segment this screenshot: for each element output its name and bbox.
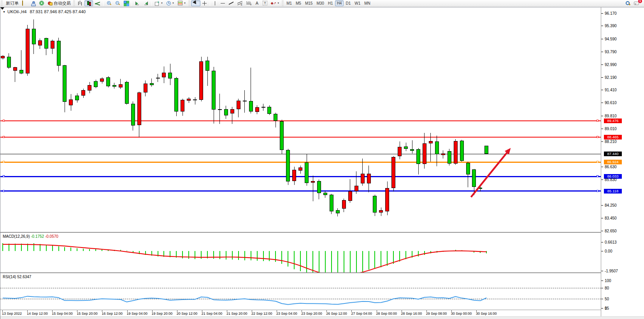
- chevron-down-icon: ▼: [277, 2, 279, 4]
- tile-windows-icon: [124, 1, 128, 5]
- macd-panel[interactable]: MACD(12,26,9) -0.1752 -0.0570: [0, 234, 601, 273]
- current-price-label: 87.440: [604, 152, 622, 156]
- gold-box-button[interactable]: [20, 0, 29, 6]
- candlestick-icon: [86, 1, 91, 5]
- timeframe-group: M1M5M15M30H1H4D1W1MN: [284, 0, 372, 6]
- vertical-line-tool-button[interactable]: [211, 0, 219, 6]
- time-label: 20 Sep 12:00: [177, 312, 198, 316]
- price-level-label: 88.465: [604, 135, 622, 139]
- periods-button[interactable]: ▼: [165, 0, 176, 6]
- price-tick: [601, 231, 603, 231]
- trend-arrow-line[interactable]: [471, 151, 508, 197]
- time-label: 19 Sep 20:00: [152, 312, 173, 316]
- arrow-objects-button[interactable]: ◆↗▼: [269, 0, 281, 6]
- zoom-in-button[interactable]: +: [105, 0, 113, 6]
- price-tick: [601, 205, 603, 206]
- time-label: 27 Sep 04:00: [351, 312, 372, 316]
- rsi-axis-tick: [601, 288, 603, 288]
- crosshair-tool-button[interactable]: [200, 0, 209, 6]
- timeframe-d1[interactable]: D1: [344, 0, 353, 6]
- signals-button[interactable]: [37, 0, 46, 6]
- price-tick-label: 91.410: [605, 88, 617, 92]
- candlestick-mode-button[interactable]: [84, 0, 93, 6]
- macd-axis-tick: [601, 242, 603, 242]
- price-tick: [601, 180, 603, 180]
- time-label: 15 Sep 04:00: [52, 312, 73, 316]
- profile-icon: [31, 1, 35, 5]
- template-icon: [178, 1, 182, 5]
- timeframe-m5[interactable]: M5: [294, 0, 303, 6]
- search-button[interactable]: [623, 0, 632, 6]
- toolbar-grip: [188, 1, 190, 6]
- main-chart-panel[interactable]: [0, 7, 601, 233]
- new-order-button[interactable]: 新订单: [4, 0, 20, 6]
- line-chart-mode-button[interactable]: [93, 0, 102, 6]
- price-tick-label: 85.830: [605, 178, 617, 182]
- price-tick: [601, 90, 603, 90]
- chart-title: ▼ UKOil-,H4 87.931 87.946 87.425 87.440: [3, 9, 86, 14]
- time-label: 29 Sep 08:00: [426, 312, 447, 316]
- price-tick-label: 95.390: [605, 24, 617, 28]
- text-tool-button[interactable]: A: [253, 0, 261, 6]
- chart-shift-button[interactable]: [142, 0, 150, 6]
- macd-axis-label: 0.6613: [605, 240, 617, 244]
- timeframe-mn[interactable]: MN: [362, 0, 372, 6]
- horizontal-line-tool-button[interactable]: [219, 0, 227, 6]
- autotrading-button[interactable]: 自动交易: [46, 0, 72, 6]
- timeframe-m15[interactable]: M15: [303, 0, 314, 6]
- price-tick: [601, 218, 603, 218]
- auto-scroll-button[interactable]: [133, 0, 142, 6]
- tile-windows-button[interactable]: [122, 0, 130, 6]
- cursor-tool-button[interactable]: [191, 0, 200, 6]
- time-label: 13 Sep 2022: [2, 312, 22, 316]
- cursor-icon: [193, 0, 199, 7]
- search-icon: [625, 1, 630, 5]
- timeframe-w1[interactable]: W1: [353, 0, 362, 6]
- time-label: 26 Sep 12:00: [326, 312, 347, 316]
- arrow-objects-icon: ◆↗: [271, 1, 276, 6]
- text-label-tool-button[interactable]: T: [261, 0, 269, 6]
- price-tick-label: 92.190: [605, 75, 617, 80]
- timeframe-h4[interactable]: H4: [335, 0, 344, 6]
- time-label: 23 Sep 20:00: [301, 312, 322, 316]
- rsi-axis-tick: [601, 299, 603, 299]
- chevron-down-icon: ▼: [184, 2, 186, 4]
- price-level-label: 89.476: [604, 119, 622, 123]
- time-label: 21 Sep 04:00: [202, 312, 223, 316]
- time-axis[interactable]: 13 Sep 202214 Sep 12:0015 Sep 04:0015 Se…: [0, 310, 601, 316]
- annotation-layer: [0, 7, 601, 233]
- timeframe-m1[interactable]: M1: [284, 0, 294, 6]
- price-tick-label: 96.170: [605, 11, 617, 16]
- bar-chart-mode-button[interactable]: [76, 0, 84, 6]
- price-tick-label: 89.810: [605, 114, 617, 118]
- zoom-out-button[interactable]: −: [113, 0, 122, 6]
- price-tick-label: 88.210: [605, 139, 617, 144]
- time-label: 22 Sep 12:00: [251, 312, 272, 316]
- price-axis[interactable]: 89.47688.46586.92486.03385.11887.44096.1…: [601, 7, 644, 316]
- signal-icon: [39, 1, 44, 5]
- timeframe-h1[interactable]: H1: [326, 0, 335, 6]
- rsi-line-layer: [0, 274, 601, 310]
- time-label: 14 Sep 12:00: [27, 312, 48, 316]
- trendline-tool-button[interactable]: [227, 0, 235, 6]
- chevron-down-icon: ▼: [161, 2, 163, 4]
- indicators-button[interactable]: ▼: [153, 0, 165, 6]
- clock-icon: [167, 1, 171, 5]
- fibonacci-button[interactable]: [244, 0, 253, 6]
- notifications-button[interactable]: 1: [632, 0, 641, 6]
- notification-badge: 1: [638, 0, 642, 3]
- market-watch-button[interactable]: [29, 0, 37, 6]
- chevron-down-icon[interactable]: ▼: [3, 10, 5, 13]
- toolbar-separator: [151, 1, 152, 6]
- rsi-panel[interactable]: RSI(14) 52.6347: [0, 274, 601, 310]
- price-tick: [601, 77, 603, 78]
- toolbar-grip: [1, 1, 3, 6]
- time-label: 28 Sep 00:00: [376, 312, 397, 316]
- toolbar-grip: [282, 1, 284, 6]
- macd-axis-label: -1.9507: [605, 269, 618, 273]
- line-chart-icon: [95, 1, 100, 5]
- templates-button[interactable]: ▼: [176, 0, 188, 6]
- equidistant-channel-button[interactable]: [235, 0, 244, 6]
- timeframe-m30[interactable]: M30: [314, 0, 326, 6]
- rsi-axis-tick: [601, 308, 603, 309]
